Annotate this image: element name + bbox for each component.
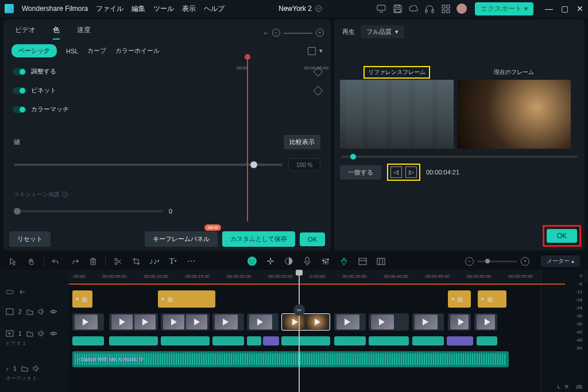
menu-file[interactable]: ファイル [96,4,123,14]
video-clip[interactable] [369,313,409,331]
audio-subclip[interactable] [281,336,330,346]
fx-clip[interactable]: ✦ ▦ [158,290,215,308]
compare-icon[interactable] [308,47,316,55]
skintone-slider[interactable] [14,210,163,212]
scissors-icon[interactable]: ✂ [293,304,305,316]
color-icon[interactable] [284,256,294,266]
folder-icon[interactable] [21,366,28,372]
layout2-icon[interactable] [376,256,386,266]
toggle-colormatch[interactable] [13,106,26,113]
audio-subclip[interactable] [161,336,210,346]
tab-video[interactable]: ビデオ [15,25,36,40]
ok-button-right[interactable]: OK [547,229,577,243]
audio-subclip[interactable] [477,336,497,346]
help-icon[interactable]: ? [62,192,68,197]
video-clip[interactable] [474,313,497,331]
speaker-icon[interactable] [33,365,40,372]
headphones-icon[interactable] [424,3,435,14]
undo-icon[interactable] [51,256,61,266]
audio-subclip[interactable] [212,336,244,346]
audio-clip[interactable]: ♪ Dance With Me AI music ⟳ [72,351,509,367]
cloud-icon[interactable] [408,3,419,14]
close-button[interactable]: ✕ [577,4,583,13]
cursor-icon[interactable] [8,256,18,266]
audio-subclip[interactable] [369,336,409,346]
menu-tool[interactable]: ツール [153,4,174,14]
chevron-down-icon[interactable]: ▾ [319,47,323,55]
match-button[interactable]: 一致する [340,165,381,180]
video-clip-selected[interactable] [281,313,330,331]
menu-view[interactable]: 表示 [182,4,196,14]
mixer-icon[interactable] [320,256,331,266]
layout1-icon[interactable] [357,256,368,266]
save-custom-button[interactable]: カスタムとして保存 [222,231,295,247]
tl-zoom-in-icon[interactable]: + [521,257,529,266]
video-clip[interactable] [448,313,471,331]
video-clip[interactable] [334,313,366,331]
prev-frame-button[interactable]: ◁| [390,166,402,178]
tl-zoom-out-icon[interactable]: − [465,257,474,266]
keyframe-diamond-icon[interactable] [314,67,323,76]
subtab-hsl[interactable]: HSL [66,48,78,55]
preview-scrubber[interactable] [341,156,578,158]
track-unlink-icon[interactable] [18,288,26,296]
tl-zoom-track[interactable] [477,261,517,262]
speaker-icon[interactable] [38,330,45,337]
meter-button[interactable]: メーター ▴ [541,255,580,267]
keyframe-button[interactable]: キーフレームパネルNEW [145,231,218,247]
trash-icon[interactable] [88,256,98,266]
audio-subclip[interactable] [247,336,261,346]
collapse-icon[interactable]: ›› [264,29,268,36]
apps-icon[interactable] [440,3,451,14]
text-icon[interactable]: T▾ [168,256,178,266]
tab-color[interactable]: 色 [53,25,60,40]
audio-subclip[interactable] [72,336,104,346]
fx-clip[interactable]: ✦ ▦ [448,290,471,308]
redo-icon[interactable] [69,256,80,266]
minimize-button[interactable]: — [545,4,553,13]
folder-icon[interactable] [26,309,33,315]
track-link-icon[interactable] [6,288,14,296]
audio-subclip[interactable] [109,336,158,346]
tab-speed[interactable]: 速度 [77,25,91,40]
toggle-adjust[interactable] [13,68,26,75]
video-clip[interactable] [161,313,210,331]
toggle-vignette[interactable] [13,87,26,94]
export-button[interactable]: エクスポート▾ [475,2,533,15]
ai-icon[interactable] [247,256,257,266]
zoom-out-icon[interactable]: − [272,29,280,37]
value-number[interactable]: 100 % [288,158,320,171]
scissors-icon[interactable] [113,256,123,266]
video-clip[interactable] [72,313,104,331]
transition-clip[interactable] [447,336,473,346]
sparkle-icon[interactable] [265,256,276,266]
hand-icon[interactable] [26,256,37,266]
eye-icon[interactable] [49,309,57,315]
avatar-icon[interactable] [457,3,467,14]
menu-edit[interactable]: 編集 [131,4,145,14]
monitor-icon[interactable] [376,3,386,14]
more-icon[interactable]: ⋯ [186,256,196,266]
value-slider[interactable] [14,164,283,166]
ok-button-left[interactable]: OK [300,232,325,246]
mic-icon[interactable] [302,256,312,266]
subtab-wheel[interactable]: カラーホイール [115,46,160,55]
quality-select[interactable]: フル品質▾ [361,25,404,38]
video-clip[interactable] [412,313,444,331]
music-icon[interactable]: ♪♪▾ [149,256,160,266]
fx-clip[interactable]: ✦ ▦ [478,290,506,308]
save-icon[interactable] [392,3,403,14]
audio-subclip[interactable] [412,336,444,346]
subtab-curve[interactable]: カーブ [87,46,106,55]
keyframe-diamond-icon[interactable] [314,86,323,95]
reset-button[interactable]: リセット [9,231,51,247]
tracks-area[interactable]: :00:0000:00:05:0000:00:10:0000:00:15:000… [69,270,588,392]
next-frame-button[interactable]: |▷ [405,166,417,178]
subtab-basic[interactable]: ベーシック [11,44,57,57]
marker-icon[interactable] [339,256,349,266]
audio-subclip[interactable] [334,336,366,346]
transition-clip[interactable] [263,336,279,346]
video-clip[interactable] [212,313,244,331]
timeline-ruler[interactable]: :00:0000:00:05:0000:00:10:0000:00:15:000… [69,270,588,282]
skintone-number[interactable]: 0 [169,208,172,215]
